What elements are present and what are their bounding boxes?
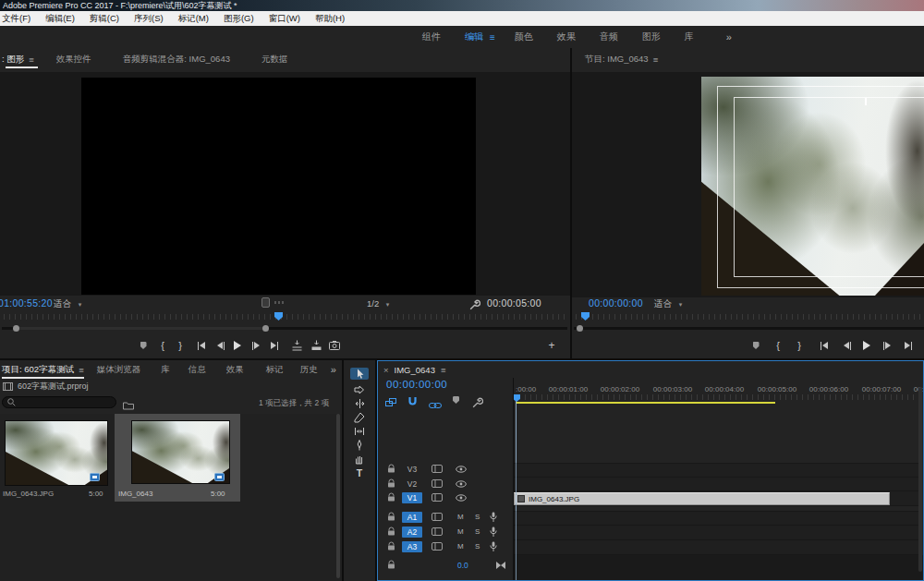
track-lock-button[interactable] <box>387 464 395 473</box>
track-output-assign-button[interactable] <box>432 542 443 551</box>
source-settings-wrench-button[interactable] <box>469 297 480 314</box>
solo-track-button[interactable]: S <box>475 542 480 551</box>
workspace-tab-color[interactable]: 颜色 <box>503 30 545 43</box>
program-go-to-out-button[interactable] <box>900 337 917 354</box>
workspace-tab-libraries[interactable]: 库 <box>673 30 706 43</box>
track-label-v2[interactable]: V2 <box>402 478 422 490</box>
insert-nested-sequence-button[interactable] <box>385 395 397 412</box>
project-tabs-overflow-icon[interactable]: » <box>331 364 336 375</box>
master-gain-value[interactable]: 0.0 <box>457 561 468 570</box>
source-zoom-handle-right[interactable] <box>262 325 269 332</box>
project-breadcrumb[interactable]: 602字幕测试.prproj <box>0 380 342 393</box>
source-panel-menu-icon[interactable]: ≡ <box>29 54 34 65</box>
tab-metadata[interactable]: 元数据 <box>252 49 298 69</box>
solo-track-button[interactable]: S <box>475 513 480 521</box>
track-lock-button[interactable] <box>387 527 395 536</box>
timeline-panel-menu-icon[interactable]: ≡ <box>441 365 446 375</box>
hand-tool[interactable] <box>350 453 369 465</box>
source-zoom-handle-left[interactable] <box>13 325 19 332</box>
track-label-a2[interactable]: A2 <box>402 527 422 538</box>
track-lane-a1[interactable] <box>514 511 922 526</box>
menu-graphics[interactable]: 图形(G) <box>216 11 261 26</box>
mute-track-button[interactable]: M <box>457 527 464 536</box>
voiceover-record-button[interactable] <box>490 541 497 552</box>
program-ruler[interactable] <box>576 314 924 320</box>
timeline-ruler-ticks[interactable] <box>514 394 923 400</box>
workspace-tab-effects[interactable]: 效果 <box>545 30 588 43</box>
tab-markers[interactable]: 标记 <box>259 360 291 380</box>
workspace-overflow-icon[interactable]: » <box>726 31 732 42</box>
workspace-tab-graphics[interactable]: 图形 <box>630 30 673 43</box>
source-video-frame[interactable] <box>81 78 476 295</box>
mute-track-button[interactable]: M <box>457 542 464 551</box>
track-lane-v2[interactable] <box>514 478 922 491</box>
timeline-add-marker-button[interactable] <box>453 396 459 404</box>
workspace-menu-icon[interactable]: ≡ <box>490 32 503 42</box>
program-timecode[interactable]: 00:00:00:00 <box>589 297 643 309</box>
step-back-button[interactable] <box>213 337 229 354</box>
toggle-track-output-button[interactable] <box>456 466 467 473</box>
menu-markers[interactable]: 标记(M) <box>171 11 216 26</box>
step-forward-button[interactable] <box>248 337 264 354</box>
button-editor-add-button[interactable]: + <box>543 337 560 354</box>
tab-program[interactable]: 节目: IMG_0643 ≡ <box>572 49 667 69</box>
mute-track-button[interactable]: M <box>457 513 464 521</box>
program-step-back-button[interactable] <box>839 337 856 354</box>
track-label-a1[interactable]: A1 <box>402 512 422 523</box>
menu-file[interactable]: 文件(F) <box>0 11 38 26</box>
menu-clip[interactable]: 剪辑(C) <box>82 11 127 26</box>
track-output-assign-button[interactable] <box>432 513 443 521</box>
type-tool[interactable]: T <box>350 466 369 478</box>
sequence-tab-label[interactable]: IMG_0643 <box>395 365 435 375</box>
tab-history[interactable]: 历史 <box>293 360 325 380</box>
voiceover-record-button[interactable] <box>490 512 497 523</box>
voiceover-record-button[interactable] <box>490 527 497 538</box>
timeline-ruler-labels[interactable]: :00:00 00:00:01:00 00:00:02:00 00:00:03:… <box>378 385 923 394</box>
program-step-forward-button[interactable] <box>879 337 895 354</box>
tab-effect-controls[interactable]: 效果控件 <box>47 49 101 69</box>
add-marker-button[interactable] <box>135 337 152 354</box>
razor-tool[interactable] <box>350 411 369 423</box>
source-fit-select[interactable]: 适合 ▾ <box>54 298 81 310</box>
timeline-clip[interactable]: IMG_0643.JPG <box>514 492 890 505</box>
title-bar[interactable]: Adobe Premiere Pro CC 2017 - F:\premiere… <box>0 0 924 11</box>
program-zoom-scrollbar[interactable] <box>574 327 924 330</box>
monitor-settings-icon[interactable] <box>261 297 270 308</box>
track-label-v3[interactable]: V3 <box>402 464 422 475</box>
source-ruler[interactable] <box>4 314 565 320</box>
search-input[interactable] <box>2 396 116 408</box>
track-output-assign-button[interactable] <box>432 465 443 473</box>
program-mark-out-button[interactable]: } <box>791 337 808 354</box>
track-lane-a3[interactable] <box>514 540 922 555</box>
mark-in-button[interactable]: { <box>154 337 171 354</box>
source-zoom-range[interactable] <box>17 327 266 330</box>
mark-out-button[interactable]: } <box>172 337 188 354</box>
tab-media-browser[interactable]: 媒体浏览器 <box>90 360 149 380</box>
export-frame-button[interactable] <box>326 337 343 354</box>
tab-libraries[interactable]: 库 <box>153 360 177 380</box>
menu-help[interactable]: 帮助(H) <box>308 11 352 26</box>
track-output-assign-button[interactable] <box>432 527 443 536</box>
snap-button[interactable] <box>407 394 418 411</box>
timeline-empty-area[interactable] <box>514 555 923 580</box>
program-panel-menu-icon[interactable]: ≡ <box>653 54 659 65</box>
ripple-edit-tool[interactable] <box>350 397 369 409</box>
tab-source-graphic[interactable]: : 图形 ≡ <box>0 49 43 69</box>
menu-window[interactable]: 窗口(W) <box>261 11 308 26</box>
track-label-a3[interactable]: A3 <box>402 541 422 552</box>
menu-edit[interactable]: 编辑(E) <box>38 11 82 26</box>
source-resolution-select[interactable]: 1/2 ▾ <box>367 298 389 309</box>
tab-audio-clip-mixer[interactable]: 音频剪辑混合器: IMG_0643 <box>114 49 239 69</box>
track-lane-v3[interactable] <box>514 463 922 478</box>
program-mark-in-button[interactable]: { <box>770 337 786 354</box>
slip-tool[interactable] <box>350 425 369 437</box>
toggle-track-output-button[interactable] <box>456 480 467 488</box>
play-button[interactable] <box>229 337 246 354</box>
track-lock-button[interactable] <box>387 541 395 551</box>
go-to-in-button[interactable] <box>193 337 210 354</box>
project-panel-menu-icon[interactable]: ≡ <box>79 365 84 375</box>
track-lane-a2[interactable] <box>514 526 922 540</box>
project-bin-area[interactable]: IMG_0643.JPG 5:00 IMG_0643 5:00 <box>0 414 342 581</box>
solo-track-button[interactable]: S <box>475 527 480 536</box>
tab-effects[interactable]: 效果 <box>219 360 251 380</box>
